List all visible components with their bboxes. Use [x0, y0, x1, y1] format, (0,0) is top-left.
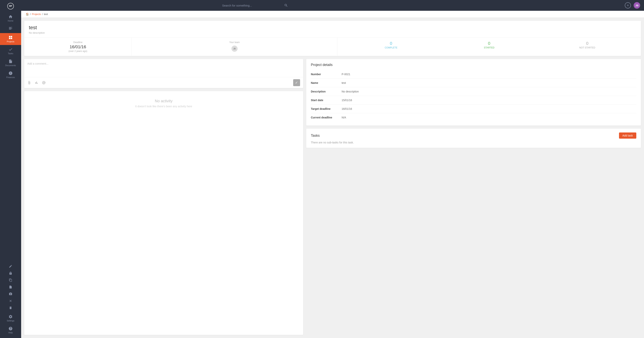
- add-button[interactable]: +: [625, 2, 631, 8]
- details-key: Current deadline: [311, 116, 342, 119]
- not-started-col: 0 NOT STARTED: [538, 41, 636, 52]
- sidebar: MP Home Projects Tasks Documents Finance…: [0, 0, 21, 338]
- not-started-count: 0: [538, 41, 636, 46]
- breadcrumb-current: test: [44, 13, 48, 16]
- breadcrumb-projects[interactable]: Projects: [32, 13, 41, 16]
- details-key: Name: [311, 81, 342, 84]
- started-count: 0: [440, 41, 538, 46]
- started-label: STARTED: [440, 46, 538, 49]
- comment-toolbar: ✓: [24, 77, 303, 88]
- deadline-section: Deadline 16/01/16 (over 2 years ago): [24, 38, 132, 56]
- search-bar: [192, 4, 288, 7]
- main-container: + JB 🏠 / Projects / test test No descrip…: [21, 0, 644, 338]
- details-row: Target deadline 16/01/16: [311, 104, 636, 113]
- details-value: No description: [342, 90, 359, 93]
- complete-col: 0 COMPLETE: [342, 41, 440, 52]
- activity-subtitle: It doesn't look like there's been any ac…: [28, 105, 299, 108]
- tasks-card: Tasks Add task There are no sub-tasks fo…: [306, 128, 641, 148]
- project-stats: Deadline 16/01/16 (over 2 years ago) You…: [24, 37, 641, 56]
- search-icon: [284, 4, 288, 7]
- deadline-value: 16/01/16: [29, 44, 127, 50]
- search-input[interactable]: [192, 4, 282, 7]
- started-col: 0 STARTED: [440, 41, 538, 52]
- chart-icon[interactable]: [34, 81, 38, 84]
- svg-text:MP: MP: [9, 5, 12, 7]
- details-row: Description No description: [311, 87, 636, 96]
- not-started-label: NOT STARTED: [538, 46, 636, 49]
- sidebar-icon-copy[interactable]: [0, 277, 21, 284]
- complete-count: 0: [342, 41, 440, 46]
- project-header-card: test No description Deadline 16/01/16 (o…: [24, 21, 641, 56]
- team-label: Your team: [136, 41, 332, 44]
- tasks-header: Tasks Add task: [311, 132, 636, 138]
- sidebar-item-settings[interactable]: Settings: [0, 312, 21, 324]
- topbar: + JB: [21, 0, 644, 11]
- details-row: Number P-0021: [311, 70, 636, 79]
- project-title: test: [29, 24, 636, 30]
- details-value: N/A: [342, 116, 346, 119]
- complete-label: COMPLETE: [342, 46, 440, 49]
- details-value: 15/01/16: [342, 99, 352, 102]
- team-member-avatar: JB: [231, 45, 238, 52]
- comment-textarea[interactable]: [24, 59, 303, 76]
- app-logo: MP: [0, 0, 21, 12]
- sidebar-item-help[interactable]: Help: [0, 324, 21, 336]
- sidebar-icon-camera[interactable]: [0, 291, 21, 297]
- comment-submit-button[interactable]: ✓: [293, 79, 300, 86]
- details-value: P-0021: [342, 73, 350, 76]
- details-key: Target deadline: [311, 107, 342, 110]
- details-key: Number: [311, 73, 342, 76]
- sidebar-item-reports[interactable]: [0, 24, 21, 33]
- sidebar-item-projects[interactable]: Projects: [0, 33, 21, 45]
- project-details-card: Project details Number P-0021 Name test …: [306, 59, 641, 126]
- home-icon[interactable]: 🏠: [26, 13, 29, 16]
- sidebar-icon-pencil[interactable]: [0, 263, 21, 270]
- sidebar-icon-file[interactable]: [0, 284, 21, 290]
- breadcrumb: 🏠 / Projects / test: [21, 11, 644, 18]
- deadline-label: Deadline: [29, 41, 127, 44]
- team-avatars: JB: [136, 45, 332, 52]
- details-row: Current deadline N/A: [311, 113, 636, 122]
- project-details-rows: Number P-0021 Name test Description No d…: [311, 70, 636, 122]
- details-value: 16/01/16: [342, 107, 352, 110]
- team-section: Your team JB: [132, 38, 338, 56]
- left-column: ✓ No activity It doesn't look like there…: [24, 59, 303, 335]
- sidebar-bottom: Settings Help: [0, 262, 21, 338]
- mention-icon[interactable]: [42, 81, 46, 84]
- details-key: Start date: [311, 99, 342, 102]
- attach-icon[interactable]: [27, 81, 31, 84]
- sidebar-nav: Home Projects Tasks Documents Finances: [0, 12, 21, 262]
- tasks-title: Tasks: [311, 134, 320, 138]
- project-description: No description: [29, 31, 636, 34]
- activity-card: No activity It doesn't look like there's…: [24, 91, 303, 335]
- sidebar-icon-close[interactable]: [0, 298, 21, 304]
- details-row: Name test: [311, 79, 636, 87]
- sidebar-item-finances[interactable]: Finances: [0, 69, 21, 81]
- two-col-layout: ✓ No activity It doesn't look like there…: [21, 56, 644, 338]
- details-row: Start date 15/01/16: [311, 96, 636, 104]
- sidebar-icon-lock[interactable]: [0, 270, 21, 276]
- comment-card: ✓: [24, 59, 303, 88]
- project-details-title: Project details: [311, 63, 636, 67]
- deadline-ago: (over 2 years ago): [29, 50, 127, 52]
- activity-title: No activity: [28, 99, 299, 103]
- task-status-section: 0 COMPLETE 0 STARTED 0 NOT STARTED: [338, 38, 641, 56]
- sidebar-item-home[interactable]: Home: [0, 12, 21, 24]
- add-task-button[interactable]: Add task: [619, 132, 636, 138]
- sidebar-icon-trash[interactable]: [0, 304, 21, 311]
- tasks-empty-message: There are no sub-tasks for this task.: [311, 141, 636, 144]
- content-area: test No description Deadline 16/01/16 (o…: [21, 18, 644, 338]
- user-avatar[interactable]: JB: [634, 2, 640, 9]
- details-key: Description: [311, 90, 342, 93]
- project-header-top: test No description: [24, 21, 641, 37]
- sidebar-item-tasks[interactable]: Tasks: [0, 45, 21, 57]
- right-column: Project details Number P-0021 Name test …: [306, 59, 641, 335]
- sidebar-item-documents[interactable]: Documents: [0, 57, 21, 69]
- details-value: test: [342, 81, 346, 84]
- topbar-actions: + JB: [625, 2, 640, 9]
